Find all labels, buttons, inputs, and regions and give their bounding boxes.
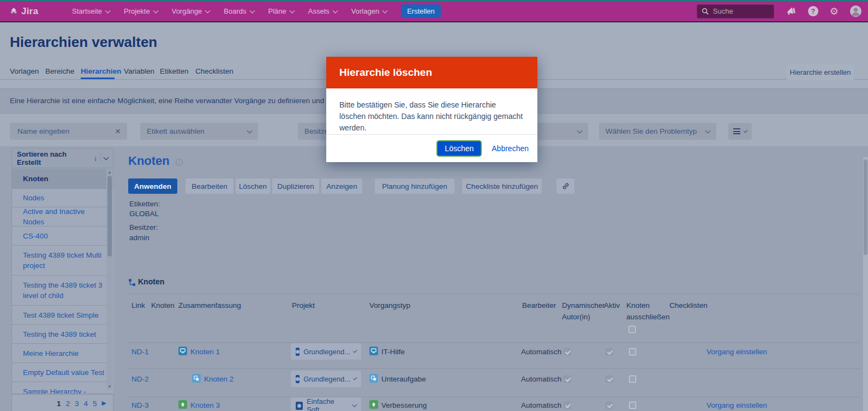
confirm-delete-button[interactable]: Löschen <box>438 141 481 156</box>
sidebar-item-active-inactive[interactable]: Active and Inactive Nodes <box>11 207 113 227</box>
edit-button[interactable]: Bearbeiten <box>185 178 234 194</box>
scroll-up-icon[interactable]: ▲ <box>106 170 113 175</box>
col-knoten: Knoten <box>151 300 175 311</box>
link-button[interactable] <box>556 178 574 194</box>
nav-item-assets[interactable]: Assets <box>308 7 337 15</box>
page-3[interactable]: 3 <box>75 400 79 408</box>
project-select[interactable]: Grundlegend... <box>291 343 361 360</box>
sidebar-item-empty-default[interactable]: Empty Default value Test <box>11 363 113 382</box>
project-avatar-icon <box>296 348 300 356</box>
sidebar-item-multi-project[interactable]: Testing 4389 ticket Multi project <box>11 246 113 276</box>
scrollbar-thumb[interactable] <box>107 176 112 257</box>
name-filter-input[interactable] <box>16 127 115 136</box>
sidebar-item-knoten[interactable]: Knoten <box>11 169 113 189</box>
chevron-down-icon[interactable] <box>104 154 109 160</box>
sidebar-item-nodes[interactable]: Nodes <box>11 189 113 207</box>
sidebar-scrollbar[interactable]: ▲ ▼ <box>106 169 113 390</box>
sort-control[interactable]: Sortieren nach Erstellt ↓ <box>11 148 113 168</box>
exclude-node-checkbox[interactable] <box>629 348 636 355</box>
tab-checklisten[interactable]: Checklisten <box>195 67 234 75</box>
nav-item-projekte[interactable]: Projekte <box>124 7 158 15</box>
project-select[interactable]: Einfache Soft... <box>291 397 361 411</box>
assignee: Automatisch <box>521 348 561 356</box>
improvement-icon <box>369 400 378 409</box>
apply-button[interactable]: Anwenden <box>128 178 177 194</box>
dynamic-author-checkbox[interactable] <box>564 348 571 355</box>
sidebar-item-cs400[interactable]: CS-400 <box>11 227 113 246</box>
project-select[interactable]: Grundlegend... <box>291 371 361 387</box>
settings-gear-icon[interactable]: ⚙ <box>830 5 839 17</box>
issuetype-filter-select[interactable]: Wählen Sie den Problemtyp <box>599 123 716 140</box>
sidebar-item-meine[interactable]: Meine Hierarchie <box>11 344 113 363</box>
row-link[interactable]: ND-3 <box>131 401 149 409</box>
nav-item-vorlagen[interactable]: Vorlagen <box>351 7 387 15</box>
node-name-link[interactable]: Knoten 2 <box>204 375 234 383</box>
tab-vorlagen[interactable]: Vorlagen <box>10 67 39 75</box>
page-2[interactable]: 2 <box>65 400 70 408</box>
node-name-link[interactable]: Knoten 3 <box>190 401 220 409</box>
tab-etiketten[interactable]: Etiketten <box>160 67 189 75</box>
sidebar-item-4389[interactable]: Testing the 4389 ticket <box>11 325 113 344</box>
nav-item-startseite[interactable]: Startseite <box>72 7 110 15</box>
page-scrollbar[interactable] <box>863 157 868 411</box>
active-checkbox[interactable] <box>606 376 613 383</box>
add-plan-button[interactable]: Planung hinzufügen <box>375 178 454 194</box>
page-5[interactable]: 5 <box>93 400 97 408</box>
dynamic-author-checkbox[interactable] <box>564 376 571 383</box>
dynamic-author-checkbox[interactable] <box>564 402 571 409</box>
active-checkbox[interactable] <box>606 402 613 409</box>
set-issue-link[interactable]: Vorgang einstellen <box>707 401 767 409</box>
assignee: Automatisch <box>521 375 561 383</box>
clear-icon[interactable]: × <box>115 127 121 136</box>
tab-hierarchien[interactable]: Hierarchien <box>81 67 121 75</box>
chevron-down-icon <box>744 128 748 133</box>
show-button[interactable]: Anzeigen <box>321 178 362 194</box>
sort-descending-icon[interactable]: ↓ <box>94 154 98 162</box>
nav-item-boards[interactable]: Boards <box>224 7 254 15</box>
user-avatar[interactable] <box>850 5 861 17</box>
col-bearbeiter: Bearbeiter <box>522 300 556 311</box>
active-checkbox[interactable] <box>606 348 613 355</box>
tab-variablen[interactable]: Variablen <box>124 67 154 75</box>
nav-item-plaene[interactable]: Pläne <box>268 7 294 15</box>
row-divider <box>127 397 860 397</box>
node-name-link[interactable]: Knoten 1 <box>190 348 220 356</box>
create-button[interactable]: Erstellen <box>401 4 441 18</box>
delete-button[interactable]: Löschen <box>236 178 270 194</box>
jira-logo[interactable]: Jira <box>9 6 38 17</box>
select-all-exclude-checkbox[interactable] <box>628 326 636 333</box>
sidebar-item-3-level[interactable]: Testing the 4389 ticket 3 level of child <box>11 276 113 306</box>
label-filter-select[interactable]: Etikett auswählen <box>140 123 258 140</box>
scrollbar-thumb[interactable] <box>864 159 867 255</box>
set-issue-link[interactable]: Vorgang einstellen <box>707 348 767 356</box>
scroll-down-icon[interactable]: ▼ <box>106 384 113 389</box>
page-4[interactable]: 4 <box>84 400 88 408</box>
name-filter[interactable]: × <box>10 123 127 140</box>
menu-dropdown-button[interactable] <box>728 123 752 140</box>
chevron-down-icon <box>705 128 711 133</box>
tab-bereiche[interactable]: Bereiche <box>45 67 74 75</box>
info-icon[interactable]: i <box>176 159 183 166</box>
global-search[interactable] <box>697 4 774 19</box>
chevron-down-icon <box>105 8 111 13</box>
sidebar-item-sample[interactable]: Sample Hierarchy - <box>11 382 113 394</box>
exclude-node-checkbox[interactable] <box>629 376 636 383</box>
search-input[interactable] <box>712 7 761 16</box>
nav-item-vorgaenge[interactable]: Vorgänge <box>172 7 210 15</box>
row-link[interactable]: ND-2 <box>131 375 149 383</box>
top-navigation: Jira Startseite Projekte Vorgänge Boards… <box>0 0 868 22</box>
next-page-icon[interactable]: ▶ <box>102 400 106 407</box>
row-link[interactable]: ND-1 <box>131 348 149 356</box>
add-checklist-button[interactable]: Checkliste hinzufügen <box>462 178 542 194</box>
subtask-icon <box>369 374 378 383</box>
hierarchy-tree-icon <box>128 278 136 287</box>
page-1[interactable]: 1 <box>57 400 61 408</box>
cancel-button[interactable]: Abbrechen <box>492 144 529 153</box>
announcements-icon[interactable] <box>786 7 797 16</box>
dialog-header: Hierarchie löschen <box>326 57 537 88</box>
sidebar-item-simple[interactable]: Test 4389 ticket Simple <box>11 306 113 325</box>
help-icon[interactable]: ? <box>808 6 818 16</box>
exclude-node-checkbox[interactable] <box>629 402 636 409</box>
create-hierarchy-button[interactable]: Hierarchie erstellen <box>787 64 854 80</box>
duplicate-button[interactable]: Duplizieren <box>272 178 319 194</box>
